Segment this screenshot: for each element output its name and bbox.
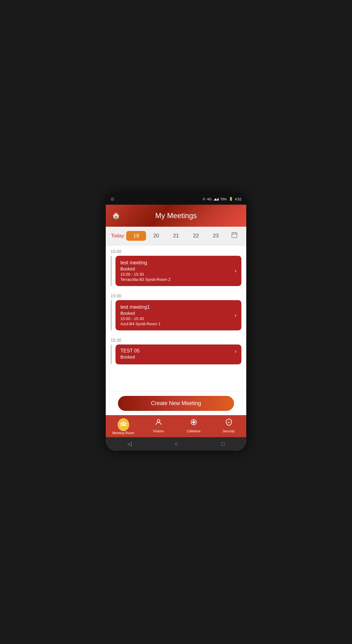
app-header: 🏠 My Meetings [106, 205, 246, 227]
meeting-card-2[interactable]: test meeting1 Booked 15:00 - 15:30 Azul-… [116, 300, 241, 330]
nav-visitors[interactable]: Visitors [141, 415, 176, 437]
app-content: 🏠 My Meetings Today 19 20 21 22 23 [106, 205, 246, 451]
android-nav: ◁ ○ □ [106, 437, 246, 451]
network-icon: ⊙ [203, 197, 205, 201]
time-slot-2: 15:00 [106, 290, 246, 300]
calendar-icon[interactable] [226, 232, 243, 240]
time-slot-3: 15:30 [106, 334, 246, 344]
page-title: My Meetings [155, 211, 197, 220]
timeline-bar-3 [111, 344, 112, 364]
network-type: 4G [207, 197, 212, 201]
nav-cafeteria-label: Cafeteria [187, 429, 200, 433]
create-meeting-button[interactable]: Create New Meeting [118, 396, 234, 411]
nav-meeting-room[interactable]: Meeting Room [106, 415, 141, 437]
phone-frame: ⊙ 4G ◢◢ 70% 🔋 4:52 🏠 My Meetings Today 1… [106, 194, 246, 451]
cafeteria-icon [190, 418, 198, 428]
svg-point-6 [125, 423, 127, 424]
time-display: 4:52 [235, 197, 241, 201]
chevron-icon-1: › [235, 268, 237, 274]
meeting-room-2: Azul-B4 Syndi-Room 1 [120, 322, 161, 326]
time-slot-1: 15:00 [106, 245, 246, 256]
date-19[interactable]: 19 [126, 231, 146, 241]
meeting-title-3: TEST 05 [120, 348, 140, 354]
meeting-row-3: TEST 05 Booked › [106, 344, 246, 368]
meeting-card-3[interactable]: TEST 05 Booked › [116, 344, 241, 364]
date-20[interactable]: 20 [146, 231, 166, 241]
nav-security[interactable]: Security [211, 415, 246, 437]
date-22[interactable]: 22 [186, 231, 206, 241]
meeting-time-1: 15:00 - 15:30 [120, 272, 170, 277]
recent-button[interactable]: □ [221, 441, 225, 447]
meeting-card-1[interactable]: test meeting Booked 15:00 - 15:30 Terrac… [116, 256, 241, 286]
nav-cafeteria[interactable]: Cafeteria [176, 415, 211, 437]
meeting-room-icon-wrapper [118, 418, 129, 431]
chevron-icon-3: › [235, 348, 237, 355]
svg-point-4 [122, 422, 124, 424]
meeting-time-2: 15:00 - 15:30 [120, 316, 161, 321]
battery-icon: 🔋 [229, 197, 233, 201]
timeline-bar-2 [111, 300, 112, 330]
meetings-list: 15:00 test meeting Booked 15:00 - 15:30 … [106, 245, 246, 391]
date-23[interactable]: 23 [206, 231, 226, 241]
meeting-title-2: test meeting1 [120, 304, 161, 310]
meeting-status-2: Booked [120, 311, 161, 316]
camera-indicator [111, 197, 114, 201]
bottom-nav: Meeting Room Visitors [106, 415, 246, 437]
chevron-icon-2: › [235, 312, 237, 318]
home-button[interactable]: ○ [175, 441, 178, 447]
signal-icon: ◢◢ [214, 197, 218, 201]
create-button-container: Create New Meeting [106, 391, 246, 415]
meeting-info-1: test meeting Booked 15:00 - 15:30 Terrac… [120, 260, 170, 282]
visitors-icon [155, 418, 163, 428]
nav-security-label: Security [223, 429, 235, 433]
date-21[interactable]: 21 [166, 231, 186, 241]
meeting-info-2: test meeting1 Booked 15:00 - 15:30 Azul-… [120, 304, 161, 326]
meeting-room-1: Terracotta-B3 Syndi-Room 2 [120, 277, 170, 282]
back-button[interactable]: ◁ [127, 441, 132, 447]
meeting-title-1: test meeting [120, 260, 170, 266]
status-bar-right: ⊙ 4G ◢◢ 70% 🔋 4:52 [203, 197, 241, 201]
meeting-status-3: Booked [120, 355, 140, 359]
svg-rect-0 [232, 233, 237, 238]
today-label[interactable]: Today [109, 233, 126, 239]
meeting-row-1: test meeting Booked 15:00 - 15:30 Terrac… [106, 256, 246, 290]
meeting-info-3: TEST 05 Booked [120, 348, 140, 360]
battery-level: 70% [220, 197, 227, 201]
nav-visitors-label: Visitors [153, 429, 164, 433]
status-bar: ⊙ 4G ◢◢ 70% 🔋 4:52 [106, 194, 246, 205]
date-strip: Today 19 20 21 22 23 [106, 227, 246, 245]
security-icon [225, 418, 233, 428]
svg-point-7 [157, 419, 160, 422]
meeting-room-icon [119, 420, 127, 428]
meeting-status-1: Booked [120, 266, 170, 271]
nav-meeting-room-label: Meeting Room [112, 431, 134, 435]
status-bar-left [111, 197, 114, 201]
meeting-row-2: test meeting1 Booked 15:00 - 15:30 Azul-… [106, 300, 246, 334]
home-icon[interactable]: 🏠 [112, 212, 120, 220]
svg-point-5 [120, 423, 122, 424]
timeline-bar-1 [111, 256, 112, 286]
